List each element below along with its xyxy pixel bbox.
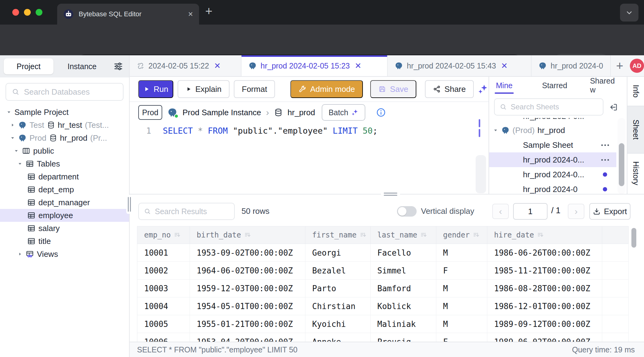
sheet-list-scroll-thumb[interactable] [619,143,624,186]
sort-icon[interactable] [360,232,367,238]
tree-item-schema-public[interactable]: public [0,144,129,157]
format-button[interactable]: Format [234,80,275,98]
close-tab-icon[interactable]: ✕ [214,61,221,71]
sort-icon[interactable] [174,232,181,238]
chevron-down-icon[interactable] [17,161,23,167]
sheet-item-selected[interactable]: hr_prod 2024-0... [489,152,616,167]
chevron-right-icon[interactable] [10,122,15,128]
cell[interactable]: Maliniak [371,315,436,333]
worksheet-tab-3[interactable]: hr_prod 2024-02-05 15:43 ✕ [388,55,532,76]
info-icon[interactable] [376,107,386,118]
cell[interactable]: F [436,262,487,280]
cell[interactable]: 10004 [137,297,190,315]
cell[interactable]: 10005 [137,315,190,333]
sort-icon[interactable] [537,232,544,238]
cell[interactable]: Anneke [305,333,371,342]
cell[interactable]: 10002 [137,262,190,280]
sort-icon[interactable] [473,232,480,238]
sidebar-resize-handle[interactable] [126,195,132,214]
window-zoom-button[interactable] [36,9,42,16]
prev-page-button[interactable]: ‹ [492,204,509,219]
cell[interactable]: Chirstian [305,297,371,315]
cell[interactable]: 1953-09-02T00:00:00Z [190,244,305,262]
chevron-right-icon[interactable] [17,251,23,257]
tree-item-table-employee-selected[interactable]: employee [0,209,129,222]
tree-item-table-title[interactable]: title [0,235,129,248]
tab-starred[interactable]: Starred [542,81,567,91]
sheet-search-input[interactable] [511,103,598,111]
cell[interactable]: 10001 [137,244,190,262]
vertical-display-toggle[interactable] [397,206,417,217]
cell[interactable]: 1989-06-02T00:00:00Z [487,333,602,342]
ai-sparkles-icon[interactable] [477,84,489,95]
sheet-menu-icon[interactable] [601,144,609,146]
sheet-item-unsaved-2[interactable]: hr_prod 2024-0 [489,182,616,194]
cell[interactable]: 1954-05-01T00:00:00Z [190,297,305,315]
tab-instance[interactable]: Instance [53,62,111,71]
database-name[interactable]: hr_prod [288,108,315,117]
tab-project[interactable]: Project [4,58,53,74]
column-header[interactable]: gender [436,226,487,244]
column-header[interactable]: hire_date [487,226,602,244]
database-search-input[interactable] [24,87,117,97]
cell[interactable]: M [436,297,487,315]
results-search[interactable] [138,203,235,220]
column-header[interactable]: first_name [305,226,371,244]
filter-settings-icon[interactable] [113,61,124,72]
worksheet-tab-2-active[interactable]: hr_prod 2024-02-05 15:23 ✕ [242,55,388,76]
batch-mode-button[interactable]: Batch [322,104,365,121]
column-header[interactable]: emp_no [137,226,190,244]
tab-sheet-active[interactable]: Sheet [627,106,644,154]
page-number-input[interactable] [513,203,548,220]
tree-item-tables-group[interactable]: Tables [0,157,129,170]
table-row[interactable]: 100011953-09-02T00:00:00ZGeorgiFacelloM1… [137,244,629,262]
tree-item-table-department[interactable]: department [0,170,129,183]
sheet-menu-icon[interactable] [601,159,609,161]
cell[interactable]: 1959-12-03T00:00:00Z [190,280,305,297]
chevron-down-icon[interactable] [14,148,19,154]
cell[interactable]: Bamford [371,280,436,297]
cell[interactable]: Simmel [371,262,436,280]
table-scroll-thumb[interactable] [631,228,636,248]
close-tab-icon[interactable]: ✕ [501,61,508,71]
tab-search-button[interactable] [620,4,638,22]
tab-history[interactable]: History [627,154,644,193]
cell[interactable]: M [436,280,487,297]
new-browser-tab-button[interactable]: + [205,4,212,18]
sql-code-line[interactable]: SELECT * FROM "public"."employee" LIMIT … [163,126,378,135]
table-row-partial[interactable]: 100061953-04-20T00:00:00ZAnnekePreusigF1… [137,333,629,342]
sheet-item-sample[interactable]: Sample Sheet [489,138,616,152]
tree-item-prod-database[interactable]: Prod hr_prod (Pr... [0,131,129,144]
results-resize-handle[interactable] [381,191,400,197]
table-row[interactable]: 100031959-12-03T00:00:00ZPartoBamfordM19… [137,280,629,297]
cell[interactable]: Preusig [371,333,436,342]
cell[interactable]: Bezalel [305,262,371,280]
admin-mode-button[interactable]: Admin mode [290,80,363,98]
browser-tab-close-icon[interactable]: × [188,10,193,18]
sort-icon[interactable] [420,232,427,238]
window-close-button[interactable] [12,9,19,16]
cell[interactable]: 1986-06-26T00:00:00Z [487,244,602,262]
cell[interactable]: Parto [305,280,371,297]
tree-item-table-salary[interactable]: salary [0,222,129,235]
sheet-search[interactable] [494,98,603,116]
export-button[interactable]: Export [589,203,630,220]
chevron-down-icon[interactable] [6,109,12,115]
sheet-item-unsaved-1[interactable]: hr_prod 2024-0... [489,167,616,182]
user-avatar[interactable]: AD [630,59,644,73]
close-tab-icon[interactable]: ✕ [355,61,362,71]
cell[interactable]: 1986-08-28T00:00:00Z [487,280,602,297]
cell[interactable]: Koblick [371,297,436,315]
cell[interactable]: 10003 [137,280,190,297]
cell[interactable]: M [436,244,487,262]
instance-name[interactable]: Prod Sample Instance [183,108,261,117]
cell[interactable]: Facello [371,244,436,262]
sql-editor[interactable]: 1 SELECT * FROM "public"."employee" LIMI… [130,123,489,194]
column-header[interactable]: last_name [371,226,436,244]
tree-item-project[interactable]: Sample Project [0,106,129,119]
cell[interactable]: 1955-01-21T00:00:00Z [190,315,305,333]
cell[interactable]: 1964-06-02T00:00:00Z [190,262,305,280]
chevron-down-icon[interactable] [493,128,498,133]
sheet-group-hr-prod[interactable]: (Prod) hr_prod [489,123,616,138]
save-button[interactable]: Save [370,80,416,98]
